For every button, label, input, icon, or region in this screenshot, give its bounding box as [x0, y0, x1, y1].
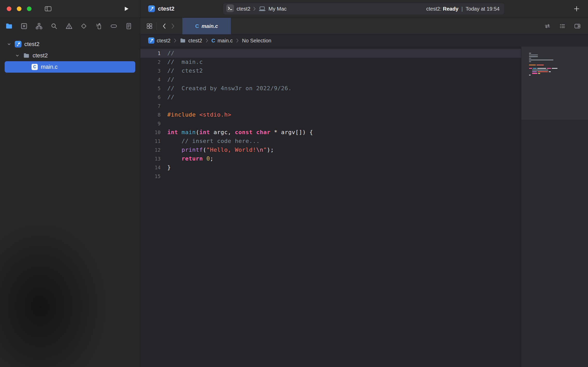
- toolbar-right: ctest2 ctest2 My Mac ctest2: Ready | Tod…: [140, 0, 588, 18]
- line-number[interactable]: 1: [140, 49, 161, 58]
- code-review-icon[interactable]: [544, 22, 551, 30]
- code-line-14[interactable]: 14}: [140, 163, 521, 172]
- test-navigator-icon[interactable]: [78, 21, 89, 32]
- code-line-4[interactable]: 4//: [140, 75, 521, 84]
- code-line-1[interactable]: 1//: [140, 49, 521, 58]
- breadcrumb-item-ctest2[interactable]: ctest2: [180, 37, 202, 44]
- line-number[interactable]: 5: [140, 84, 161, 93]
- xcode-window: ctest2 ctest2 My Mac ctest2: Ready | Tod…: [0, 0, 588, 367]
- line-number[interactable]: 3: [140, 66, 161, 75]
- minimap-mark: [533, 68, 537, 69]
- code-area[interactable]: 1//2// main.c3// ctest24//5// Created by…: [140, 47, 521, 367]
- line-number[interactable]: 10: [140, 128, 161, 137]
- minimap[interactable]: [521, 47, 588, 367]
- line-number[interactable]: 14: [140, 163, 161, 172]
- code-text: int main(int argc, const char * argv[]) …: [161, 128, 313, 137]
- code-line-8[interactable]: 8#include <stdio.h>: [140, 110, 521, 119]
- issue-navigator-icon[interactable]: [64, 21, 74, 32]
- scheme-destination[interactable]: My Mac: [259, 6, 287, 12]
- chevron-right-icon: [236, 38, 239, 43]
- minimap-mark: [529, 68, 532, 69]
- tree-item-main-c[interactable]: Cmain.c: [5, 61, 135, 73]
- folder-icon: [180, 37, 186, 44]
- code-line-6[interactable]: 6//: [140, 93, 521, 102]
- debug-navigator-icon[interactable]: [93, 21, 104, 32]
- line-number[interactable]: 8: [140, 110, 161, 119]
- scheme-target-label: ctest2: [237, 6, 250, 12]
- line-number[interactable]: 6: [140, 93, 161, 102]
- minimap-mark: [529, 61, 531, 62]
- code-line-5[interactable]: 5// Created by 4nsw3r on 2022/9/26.: [140, 84, 521, 93]
- toolbar: ctest2 ctest2 My Mac ctest2: Ready | Tod…: [0, 0, 588, 18]
- code-line-9[interactable]: 9: [140, 119, 521, 128]
- close-window-button[interactable]: [7, 6, 11, 11]
- code-line-12[interactable]: 12 printf("Hello, World!\n");: [140, 146, 521, 154]
- breadcrumb-label: main.c: [217, 38, 233, 44]
- editor-options-icon[interactable]: [559, 22, 566, 30]
- symbol-navigator-icon[interactable]: [34, 21, 44, 32]
- code-line-7[interactable]: 7: [140, 102, 521, 110]
- line-number[interactable]: 9: [140, 119, 161, 128]
- line-number[interactable]: 13: [140, 154, 161, 163]
- line-number[interactable]: 4: [140, 75, 161, 84]
- code-line-11[interactable]: 11 // insert code here...: [140, 137, 521, 146]
- minimap-row: [529, 66, 583, 67]
- minimize-window-button[interactable]: [17, 6, 21, 11]
- code-text: // insert code here...: [161, 137, 260, 146]
- go-back-button[interactable]: [160, 22, 169, 30]
- code-text: //: [161, 75, 175, 84]
- minimap-mark: [532, 71, 537, 72]
- minimap-row: [529, 63, 583, 64]
- go-forward-button[interactable]: [169, 22, 177, 30]
- source-control-navigator-icon[interactable]: [19, 21, 29, 32]
- breadcrumb-label: ctest2: [188, 38, 202, 44]
- c-file-icon: C: [212, 38, 215, 44]
- tab-label: main.c: [202, 23, 218, 29]
- line-number[interactable]: 11: [140, 137, 161, 146]
- minimap-mark: [538, 71, 548, 72]
- tree-item-label: ctest2: [33, 52, 48, 59]
- toggle-sidebar-button[interactable]: [43, 4, 53, 13]
- scheme-selector: ctest2 My Mac ctest2: Ready | Today at 1…: [223, 3, 504, 14]
- zoom-window-button[interactable]: [27, 6, 32, 11]
- line-number[interactable]: 2: [140, 58, 161, 66]
- breadcrumb-item-main-c[interactable]: Cmain.c: [212, 38, 233, 44]
- report-navigator-icon[interactable]: [123, 21, 134, 32]
- status-time: Today at 19:54: [466, 6, 500, 12]
- add-button[interactable]: [572, 4, 581, 13]
- disclosure-chevron-icon[interactable]: [14, 53, 21, 58]
- code-line-2[interactable]: 2// main.c: [140, 58, 521, 66]
- run-button[interactable]: [121, 4, 131, 14]
- line-number[interactable]: 15: [140, 172, 161, 181]
- find-navigator-icon[interactable]: [49, 21, 59, 32]
- add-editor-icon[interactable]: [574, 22, 581, 30]
- minimap-row: [529, 61, 583, 62]
- editor-tab-bar: C main.c: [140, 18, 588, 35]
- line-number[interactable]: 7: [140, 102, 161, 110]
- code-line-3[interactable]: 3// ctest2: [140, 66, 521, 75]
- breadcrumb-item-No-Selection[interactable]: No Selection: [242, 38, 271, 44]
- related-items-icon[interactable]: [146, 22, 153, 30]
- toolbar-project-title: ctest2: [158, 5, 175, 12]
- scheme-target[interactable]: ctest2: [226, 4, 250, 13]
- tab-main-c[interactable]: C main.c: [182, 18, 231, 34]
- project-navigator-icon[interactable]: [4, 21, 14, 32]
- navigator-icon-strip: [0, 18, 140, 34]
- line-number[interactable]: 12: [140, 146, 161, 154]
- breakpoint-navigator-icon[interactable]: [108, 21, 119, 32]
- tree-item-ctest2[interactable]: ctest2: [5, 39, 135, 50]
- minimap-row: [529, 70, 583, 71]
- sidebar-shadow: [0, 225, 111, 367]
- disclosure-chevron-icon[interactable]: [6, 42, 12, 46]
- minimap-row: [529, 65, 583, 66]
- minimap-mark: [538, 73, 540, 74]
- xcode-project-icon: [15, 41, 21, 48]
- code-line-10[interactable]: 10int main(int argc, const char * argv[]…: [140, 128, 521, 137]
- tree-item-ctest2[interactable]: ctest2: [5, 50, 135, 61]
- tree-item-label: ctest2: [24, 41, 40, 48]
- code-line-13[interactable]: 13 return 0;: [140, 154, 521, 163]
- minimap-mark: [529, 65, 536, 66]
- status-project: ctest2:: [426, 6, 441, 12]
- code-line-15[interactable]: 15: [140, 172, 521, 181]
- breadcrumb-item-ctest2[interactable]: ctest2: [148, 37, 170, 44]
